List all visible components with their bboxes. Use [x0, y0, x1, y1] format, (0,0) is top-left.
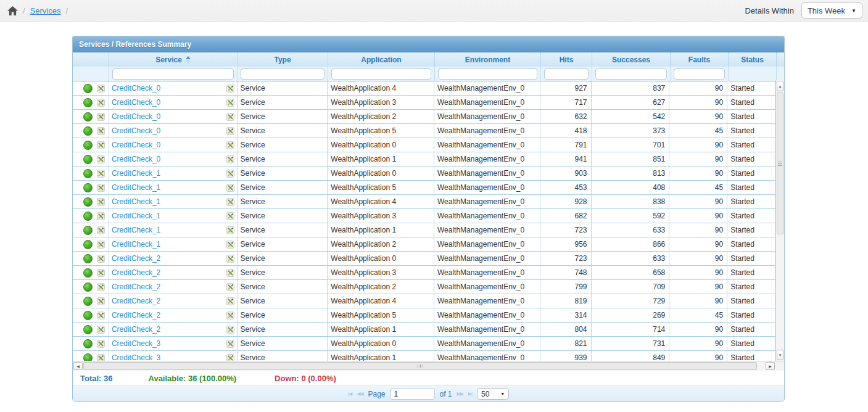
service-tools-icon[interactable] — [226, 354, 234, 361]
table-row[interactable]: CreditCheck_0 Service WealthApplication … — [73, 81, 775, 96]
table-row[interactable]: CreditCheck_1 Service WealthApplication … — [73, 195, 775, 209]
service-tools-icon[interactable] — [226, 255, 234, 263]
service-tools-icon[interactable] — [226, 141, 234, 149]
scroll-left-button[interactable]: ◀ — [73, 362, 83, 370]
edit-tools-icon[interactable] — [97, 283, 105, 291]
service-link[interactable]: CreditCheck_3 — [112, 339, 160, 348]
first-page-icon[interactable]: |◀ — [348, 391, 352, 397]
scroll-up-button[interactable]: ▲ — [777, 81, 783, 91]
edit-tools-icon[interactable] — [97, 113, 105, 121]
service-link[interactable]: CreditCheck_1 — [112, 183, 160, 192]
filter-type-input[interactable] — [241, 68, 324, 80]
filter-faults-input[interactable] — [674, 68, 725, 80]
table-row[interactable]: CreditCheck_2 Service WealthApplication … — [73, 308, 775, 323]
service-link[interactable]: CreditCheck_0 — [112, 155, 160, 163]
vertical-scroll-thumb[interactable] — [777, 93, 783, 234]
page-number-input[interactable] — [391, 389, 435, 400]
edit-tools-icon[interactable] — [97, 241, 105, 249]
breadcrumb-link-services[interactable]: Services — [30, 6, 61, 15]
filter-successes-input[interactable] — [595, 68, 667, 80]
edit-tools-icon[interactable] — [97, 255, 105, 263]
service-tools-icon[interactable] — [226, 283, 234, 291]
service-tools-icon[interactable] — [226, 127, 234, 135]
service-link[interactable]: CreditCheck_1 — [112, 212, 160, 220]
service-tools-icon[interactable] — [226, 226, 234, 234]
edit-tools-icon[interactable] — [97, 326, 105, 334]
edit-tools-icon[interactable] — [97, 170, 105, 178]
table-row[interactable]: CreditCheck_1 Service WealthApplication … — [73, 167, 775, 181]
table-row[interactable]: CreditCheck_3 Service WealthApplication … — [73, 337, 775, 351]
service-tools-icon[interactable] — [226, 241, 234, 249]
table-row[interactable]: CreditCheck_0 Service WealthApplication … — [73, 124, 775, 138]
vertical-scrollbar[interactable]: ▲ ▼ — [775, 80, 784, 361]
edit-tools-icon[interactable] — [97, 212, 105, 220]
service-link[interactable]: CreditCheck_1 — [112, 197, 160, 206]
service-tools-icon[interactable] — [226, 113, 234, 121]
service-link[interactable]: CreditCheck_2 — [112, 254, 160, 263]
service-link[interactable]: CreditCheck_2 — [112, 325, 160, 334]
table-row[interactable]: CreditCheck_1 Service WealthApplication … — [73, 237, 775, 252]
edit-tools-icon[interactable] — [97, 99, 105, 107]
table-row[interactable]: CreditCheck_2 Service WealthApplication … — [73, 252, 775, 266]
header-application[interactable]: Application — [328, 52, 435, 67]
service-tools-icon[interactable] — [226, 311, 234, 319]
header-status[interactable]: Status — [729, 52, 777, 67]
edit-tools-icon[interactable] — [97, 84, 105, 93]
table-row[interactable]: CreditCheck_2 Service WealthApplication … — [73, 280, 775, 294]
service-link[interactable]: CreditCheck_0 — [112, 126, 160, 135]
details-within-select[interactable]: This Week ▼ — [801, 2, 862, 19]
edit-tools-icon[interactable] — [97, 198, 105, 206]
table-row[interactable]: CreditCheck_3 Service WealthApplication … — [73, 351, 775, 361]
scroll-right-button[interactable]: ▶ — [766, 362, 775, 370]
service-tools-icon[interactable] — [226, 155, 234, 163]
service-tools-icon[interactable] — [226, 269, 234, 277]
edit-tools-icon[interactable] — [97, 226, 105, 234]
horizontal-scrollbar[interactable]: ◀ ▶ — [73, 361, 784, 371]
table-row[interactable]: CreditCheck_2 Service WealthApplication … — [73, 294, 775, 308]
home-icon[interactable] — [7, 6, 18, 15]
filter-service-input[interactable] — [112, 68, 234, 80]
service-tools-icon[interactable] — [226, 99, 234, 107]
header-successes[interactable]: Successes — [592, 52, 671, 67]
service-link[interactable]: CreditCheck_0 — [112, 84, 160, 93]
service-tools-icon[interactable] — [226, 84, 234, 93]
header-faults[interactable]: Faults — [671, 52, 729, 67]
header-hits[interactable]: Hits — [541, 52, 592, 67]
service-link[interactable]: CreditCheck_1 — [112, 169, 160, 178]
service-link[interactable]: CreditCheck_1 — [112, 240, 160, 249]
next-page-icon[interactable]: ▶▶ — [457, 391, 463, 397]
service-link[interactable]: CreditCheck_2 — [112, 282, 160, 291]
filter-application-input[interactable] — [331, 68, 431, 80]
service-link[interactable]: CreditCheck_0 — [112, 98, 160, 107]
service-tools-icon[interactable] — [226, 326, 234, 334]
service-link[interactable]: CreditCheck_2 — [112, 297, 160, 305]
service-link[interactable]: CreditCheck_1 — [112, 226, 160, 234]
service-tools-icon[interactable] — [226, 297, 234, 305]
previous-page-icon[interactable]: ◀◀ — [357, 391, 363, 397]
table-row[interactable]: CreditCheck_1 Service WealthApplication … — [73, 209, 775, 223]
service-tools-icon[interactable] — [226, 198, 234, 206]
service-tools-icon[interactable] — [226, 184, 234, 192]
edit-tools-icon[interactable] — [97, 155, 105, 163]
header-type[interactable]: Type — [238, 52, 328, 67]
table-row[interactable]: CreditCheck_0 Service WealthApplication … — [73, 110, 775, 124]
table-row[interactable]: CreditCheck_1 Service WealthApplication … — [73, 223, 775, 237]
filter-hits-input[interactable] — [544, 68, 589, 80]
edit-tools-icon[interactable] — [97, 297, 105, 305]
service-link[interactable]: CreditCheck_3 — [112, 353, 160, 361]
service-link[interactable]: CreditCheck_2 — [112, 268, 160, 277]
service-tools-icon[interactable] — [226, 340, 234, 348]
table-row[interactable]: CreditCheck_1 Service WealthApplication … — [73, 181, 775, 195]
edit-tools-icon[interactable] — [97, 184, 105, 192]
service-link[interactable]: CreditCheck_0 — [112, 141, 160, 149]
horizontal-scroll-thumb[interactable] — [83, 362, 757, 370]
edit-tools-icon[interactable] — [97, 127, 105, 135]
edit-tools-icon[interactable] — [97, 311, 105, 319]
table-row[interactable]: CreditCheck_0 Service WealthApplication … — [73, 152, 775, 167]
service-link[interactable]: CreditCheck_2 — [112, 311, 160, 319]
scroll-down-button[interactable]: ▼ — [777, 350, 783, 360]
header-service[interactable]: Service — [109, 52, 238, 67]
service-link[interactable]: CreditCheck_0 — [112, 112, 160, 121]
service-tools-icon[interactable] — [226, 212, 234, 220]
edit-tools-icon[interactable] — [97, 269, 105, 277]
